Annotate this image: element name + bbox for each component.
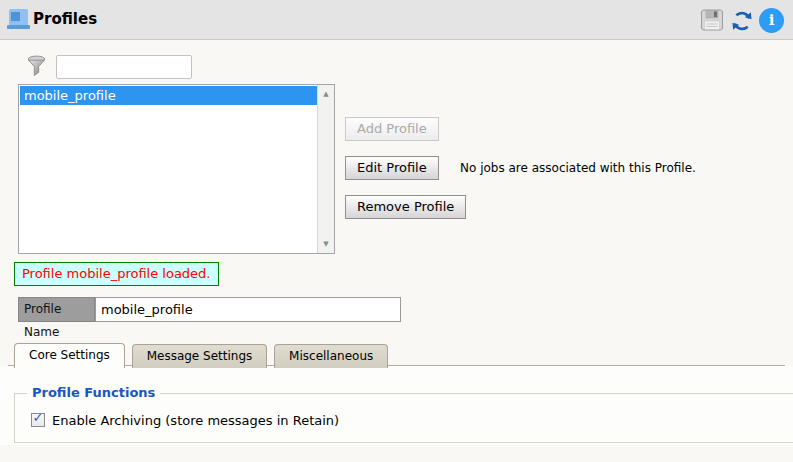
checkmark-icon: ✓ <box>33 410 44 425</box>
enable-archiving-label: Enable Archiving (store messages in Reta… <box>52 413 339 428</box>
add-profile-button[interactable]: Add Profile <box>345 117 439 141</box>
tab-miscellaneous[interactable]: Miscellaneous <box>274 344 388 368</box>
profiles-page: Profiles i <box>0 0 793 462</box>
profile-functions-group: Profile Functions ✓ Enable Archiving (st… <box>14 393 793 443</box>
profile-name-input[interactable] <box>95 297 401 322</box>
save-icon[interactable] <box>700 8 724 32</box>
profiles-app-icon-base <box>7 25 30 29</box>
listbox-scrollbar[interactable]: ▲ ▼ <box>317 85 334 253</box>
filter-funnel-icon <box>26 55 47 78</box>
profile-functions-legend: Profile Functions <box>27 385 160 400</box>
profiles-app-icon <box>9 9 28 26</box>
tab-message-settings[interactable]: Message Settings <box>132 344 268 368</box>
info-icon[interactable]: i <box>759 8 784 33</box>
edit-profile-button[interactable]: Edit Profile <box>345 156 439 180</box>
header-bar: Profiles i <box>0 0 793 40</box>
list-item-mobile-profile[interactable]: mobile_profile <box>20 86 317 105</box>
scroll-down-icon[interactable]: ▼ <box>318 240 334 248</box>
remove-profile-button[interactable]: Remove Profile <box>345 195 466 219</box>
profile-listbox[interactable]: mobile_profile ▲ ▼ <box>18 84 335 254</box>
profiles-app-icon-inner <box>11 12 20 21</box>
enable-archiving-checkbox[interactable]: ✓ <box>31 413 45 427</box>
page-title: Profiles <box>33 10 97 28</box>
settings-tabs: Core Settings Message Settings Miscellan… <box>14 343 391 367</box>
filter-input[interactable] <box>56 55 192 79</box>
profile-name-label: Profile Name <box>18 297 95 322</box>
tab-core-settings[interactable]: Core Settings <box>14 343 125 368</box>
jobs-note-text: No jobs are associated with this Profile… <box>460 161 696 175</box>
refresh-icon[interactable] <box>729 8 753 32</box>
status-message: Profile mobile_profile loaded. <box>14 262 219 286</box>
scroll-up-icon[interactable]: ▲ <box>318 90 334 98</box>
